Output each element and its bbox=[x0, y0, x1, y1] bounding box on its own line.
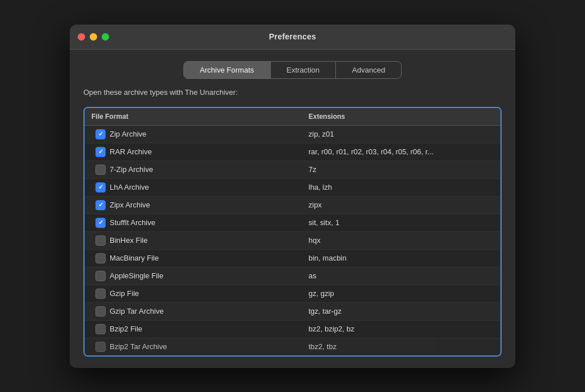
table-row: 7-Zip Archive7z bbox=[85, 161, 500, 179]
checkbox-cell bbox=[91, 342, 110, 352]
preferences-window: Preferences Archive Formats Extraction A… bbox=[70, 25, 515, 368]
tab-advanced[interactable]: Advanced bbox=[336, 62, 401, 78]
window-title: Preferences bbox=[269, 32, 316, 41]
checkbox-zipx-archive[interactable]: ✓ bbox=[95, 200, 106, 210]
checkbox-applesingle-file[interactable] bbox=[95, 271, 106, 281]
table-row: Bzip2 Tar Archivetbz2, tbz bbox=[85, 338, 500, 355]
table-row: Gzip Tar Archivetgz, tar-gz bbox=[85, 303, 500, 321]
minimize-button[interactable] bbox=[90, 33, 97, 41]
extensions-value: as bbox=[308, 271, 494, 280]
main-content: Archive Formats Extraction Advanced Open… bbox=[70, 50, 515, 368]
table-row: ✓LhA Archivelha, lzh bbox=[85, 179, 500, 197]
checkbox-cell: ✓ bbox=[91, 200, 110, 210]
format-name: Bzip2 File bbox=[110, 325, 308, 333]
table-row: ✓Zipx Archivezipx bbox=[85, 197, 500, 214]
table-row: BinHex Filehqx bbox=[85, 232, 500, 250]
title-bar: Preferences bbox=[70, 25, 515, 50]
format-name: Bzip2 Tar Archive bbox=[110, 342, 308, 351]
table-row: Gzip Filegz, gzip bbox=[85, 285, 500, 303]
table-row: Bzip2 Filebz2, bzip2, bz bbox=[85, 321, 500, 338]
checkmark-icon: ✓ bbox=[98, 149, 103, 155]
traffic-lights bbox=[78, 33, 109, 41]
checkmark-icon: ✓ bbox=[98, 131, 103, 137]
checkbox-cell bbox=[91, 271, 110, 281]
table-row: ✓StuffIt Archivesit, sitx, 1 bbox=[85, 214, 500, 232]
extensions-value: tbz2, tbz bbox=[308, 342, 494, 351]
extensions-value: gz, gzip bbox=[308, 289, 494, 298]
checkbox-cell bbox=[91, 253, 110, 263]
column-header-format: File Format bbox=[91, 113, 308, 121]
table-row: MacBinary Filebin, macbin bbox=[85, 250, 500, 267]
checkbox-gzip-file[interactable] bbox=[95, 289, 106, 299]
format-name: MacBinary File bbox=[110, 254, 308, 262]
format-name: Zip Archive bbox=[110, 130, 308, 138]
checkmark-icon: ✓ bbox=[98, 184, 103, 190]
tab-segment: Archive Formats Extraction Advanced bbox=[183, 61, 402, 79]
checkbox-cell: ✓ bbox=[91, 218, 110, 228]
format-name: 7-Zip Archive bbox=[110, 165, 308, 174]
table-row: AppleSingle Fileas bbox=[85, 267, 500, 285]
table-row: ✓RAR Archiverar, r00, r01, r02, r03, r04… bbox=[85, 143, 500, 161]
extensions-value: rar, r00, r01, r02, r03, r04, r05, r06, … bbox=[308, 147, 494, 156]
checkbox-lha-archive[interactable]: ✓ bbox=[95, 182, 106, 193]
checkbox-bzip2-file[interactable] bbox=[95, 324, 106, 334]
extensions-value: hqx bbox=[308, 236, 494, 245]
checkbox-cell bbox=[91, 235, 110, 246]
checkbox-cell: ✓ bbox=[91, 182, 110, 193]
tab-bar: Archive Formats Extraction Advanced bbox=[83, 61, 502, 79]
checkbox-macbinary-file[interactable] bbox=[95, 253, 106, 263]
checkbox-cell: ✓ bbox=[91, 147, 110, 157]
checkbox-zip-archive[interactable]: ✓ bbox=[95, 129, 106, 139]
extensions-value: sit, sitx, 1 bbox=[308, 218, 494, 227]
extensions-value: bz2, bzip2, bz bbox=[308, 325, 494, 333]
checkbox-cell bbox=[91, 165, 110, 175]
format-name: Gzip File bbox=[110, 289, 308, 298]
checkmark-icon: ✓ bbox=[98, 202, 103, 208]
checkbox-cell bbox=[91, 306, 110, 317]
format-name: Gzip Tar Archive bbox=[110, 307, 308, 315]
table-row: ✓Zip Archivezip, z01 bbox=[85, 126, 500, 143]
extensions-value: 7z bbox=[308, 165, 494, 174]
checkbox-cell bbox=[91, 289, 110, 299]
checkbox-bzip2-tar-archive[interactable] bbox=[95, 342, 106, 352]
checkmark-icon: ✓ bbox=[98, 219, 103, 226]
checkbox-gzip-tar-archive[interactable] bbox=[95, 306, 106, 317]
maximize-button[interactable] bbox=[102, 33, 109, 41]
column-header-extensions: Extensions bbox=[308, 113, 494, 121]
format-name: LhA Archive bbox=[110, 183, 308, 191]
extensions-value: tgz, tar-gz bbox=[308, 307, 494, 315]
checkbox-cell: ✓ bbox=[91, 129, 110, 139]
format-name: RAR Archive bbox=[110, 147, 308, 156]
format-name: BinHex File bbox=[110, 236, 308, 245]
subtitle-text: Open these archive types with The Unarch… bbox=[83, 88, 502, 97]
table-header: File Format Extensions bbox=[85, 108, 500, 126]
checkbox-cell bbox=[91, 324, 110, 334]
table-body: ✓Zip Archivezip, z01✓RAR Archiverar, r00… bbox=[85, 126, 500, 355]
format-name: Zipx Archive bbox=[110, 201, 308, 209]
format-name: StuffIt Archive bbox=[110, 218, 308, 227]
extensions-value: bin, macbin bbox=[308, 254, 494, 262]
checkbox-binhex-file[interactable] bbox=[95, 235, 106, 246]
extensions-value: lha, lzh bbox=[308, 183, 494, 191]
extensions-value: zipx bbox=[308, 201, 494, 209]
formats-table: File Format Extensions ✓Zip Archivezip, … bbox=[83, 107, 502, 357]
close-button[interactable] bbox=[78, 33, 85, 41]
checkbox-7-zip-archive[interactable] bbox=[95, 165, 106, 175]
extensions-value: zip, z01 bbox=[308, 130, 494, 138]
tab-extraction[interactable]: Extraction bbox=[271, 62, 336, 78]
tab-archive-formats[interactable]: Archive Formats bbox=[184, 62, 271, 78]
format-name: AppleSingle File bbox=[110, 271, 308, 280]
checkbox-stuffit-archive[interactable]: ✓ bbox=[95, 218, 106, 228]
checkbox-rar-archive[interactable]: ✓ bbox=[95, 147, 106, 157]
